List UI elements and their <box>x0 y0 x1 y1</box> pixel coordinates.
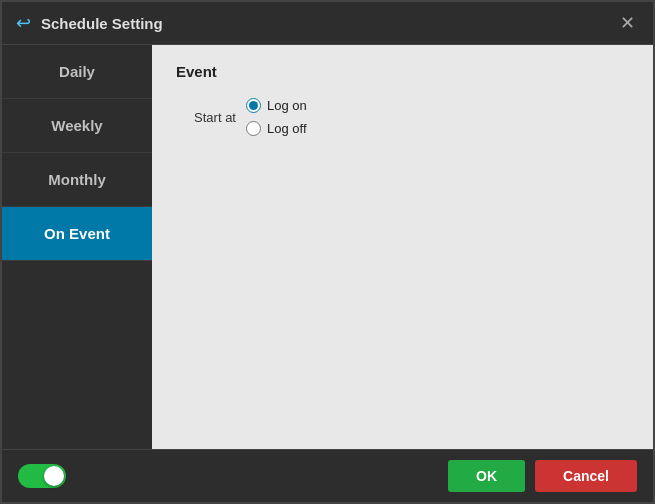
title-bar: ↩ Schedule Setting ✕ <box>2 2 653 45</box>
sidebar-item-daily[interactable]: Daily <box>2 45 152 99</box>
main-panel: Event Start at Log on Log off <box>152 45 653 449</box>
back-icon: ↩ <box>16 12 31 34</box>
schedule-setting-dialog: ↩ Schedule Setting ✕ Daily Weekly Monthl… <box>0 0 655 504</box>
sidebar-item-weekly[interactable]: Weekly <box>2 99 152 153</box>
sidebar: Daily Weekly Monthly On Event <box>2 45 152 449</box>
dialog-title: Schedule Setting <box>41 15 606 32</box>
toggle-knob <box>44 466 64 486</box>
log-off-option[interactable]: Log off <box>246 121 307 136</box>
log-on-label: Log on <box>267 98 307 113</box>
log-on-option[interactable]: Log on <box>246 98 307 113</box>
sidebar-item-on-event[interactable]: On Event <box>2 207 152 261</box>
close-button[interactable]: ✕ <box>616 12 639 34</box>
start-at-label: Start at <box>176 110 236 125</box>
footer-buttons: OK Cancel <box>448 460 637 492</box>
on-off-toggle[interactable]: ON <box>18 464 66 488</box>
log-on-radio[interactable] <box>246 98 261 113</box>
ok-button[interactable]: OK <box>448 460 525 492</box>
section-title: Event <box>176 63 629 80</box>
start-at-row: Start at Log on Log off <box>176 98 629 136</box>
event-radio-group: Log on Log off <box>246 98 307 136</box>
log-off-label: Log off <box>267 121 307 136</box>
log-off-radio[interactable] <box>246 121 261 136</box>
sidebar-item-monthly[interactable]: Monthly <box>2 153 152 207</box>
toggle-label: ON <box>24 469 42 483</box>
cancel-button[interactable]: Cancel <box>535 460 637 492</box>
content-area: Daily Weekly Monthly On Event Event Star… <box>2 45 653 449</box>
footer: ON OK Cancel <box>2 449 653 502</box>
toggle-area: ON <box>18 464 66 488</box>
